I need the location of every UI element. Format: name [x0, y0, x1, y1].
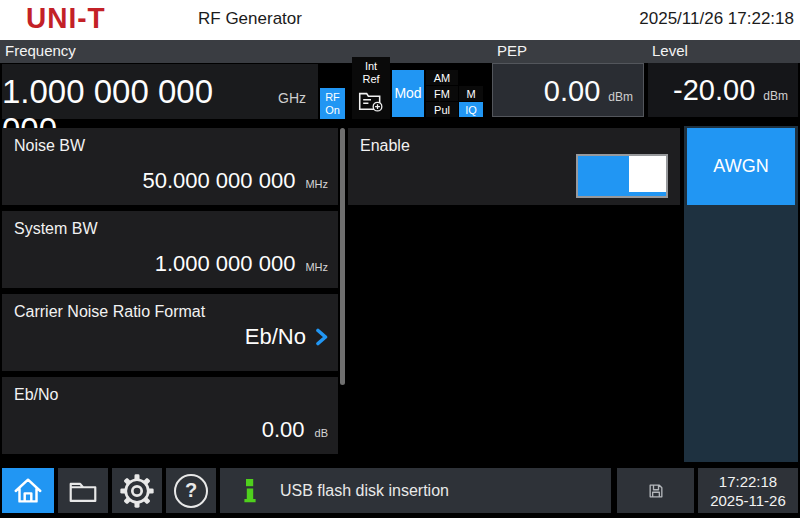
statusbar-time: 17:22:18	[719, 472, 777, 491]
level-value: -20.00	[673, 74, 755, 107]
statusbar-clock: 17:22:18 2025-11-26	[698, 468, 798, 513]
home-button[interactable]	[2, 468, 54, 513]
statusbar-date: 2025-11-26	[710, 491, 786, 510]
frequency-unit: GHz	[278, 90, 306, 106]
menu-item-cnr-format[interactable]: Carrier Noise Ratio Format Eb/No	[2, 294, 338, 371]
header-datetime: 2025/11/26 17:22:18	[639, 9, 794, 29]
menu-item-ebno[interactable]: Eb/No 0.00 dB	[2, 377, 338, 454]
menu-item-value: 0.00	[262, 417, 305, 443]
pul-flag: Pul	[426, 102, 458, 117]
top-bar: UNI-T RF Generator 2025/11/26 17:22:18	[0, 0, 800, 40]
file-button[interactable]	[58, 468, 108, 513]
pep-value: 0.00	[544, 75, 600, 108]
menu-item-system-bw[interactable]: System BW 1.000 000 000 MHz	[2, 211, 338, 288]
menu-item-value: Eb/No	[245, 324, 306, 350]
int-ref-indicator[interactable]: Int Ref	[352, 57, 390, 119]
ref-line2: Ref	[362, 73, 379, 86]
status-message-bar[interactable]: USB flash disk insertion	[220, 468, 611, 513]
help-button[interactable]: ?	[166, 468, 216, 513]
rf-badge-line1: RF	[325, 91, 340, 104]
status-message: USB flash disk insertion	[280, 482, 449, 500]
ref-line1: Int	[365, 60, 377, 73]
level-label: Level	[652, 42, 688, 59]
pep-label: PEP	[497, 42, 527, 59]
folder-icon	[66, 474, 100, 508]
frequency-label: Frequency	[5, 42, 76, 59]
rf-on-badge[interactable]: RF On	[320, 88, 345, 119]
floppy-icon	[646, 481, 666, 501]
menu-item-unit: MHz	[305, 178, 328, 190]
menu-item-label: Noise BW	[14, 137, 85, 155]
chevron-right-icon	[315, 328, 328, 346]
tab-awgn[interactable]: AWGN	[687, 128, 795, 205]
rf-generator-screen: UNI-T RF Generator 2025/11/26 17:22:18 F…	[0, 0, 800, 518]
toggle-knob	[629, 156, 666, 192]
menu-item-label: System BW	[14, 220, 98, 238]
enable-card: Enable	[348, 128, 680, 205]
menu-item-value: 1.000 000 000	[155, 251, 296, 277]
pep-unit: dBm	[608, 90, 633, 104]
menu-item-label: Carrier Noise Ratio Format	[14, 303, 205, 321]
mod-badge-label: Mod	[394, 87, 421, 100]
rf-badge-line2: On	[325, 104, 340, 117]
mod-badge[interactable]: Mod	[392, 70, 424, 117]
help-glyph: ?	[185, 479, 197, 502]
pep-readout[interactable]: 0.00 dBm	[492, 63, 644, 117]
save-status-button[interactable]	[617, 468, 694, 513]
level-readout[interactable]: -20.00 dBm	[648, 63, 798, 117]
info-icon	[242, 477, 258, 505]
menu-item-unit: MHz	[305, 261, 328, 273]
home-icon	[11, 474, 45, 508]
uni-t-logo: UNI-T	[26, 2, 106, 36]
menu-item-value: 50.000 000 000	[142, 168, 295, 194]
gear-icon	[119, 473, 155, 509]
enable-toggle[interactable]	[576, 154, 668, 198]
menu-item-noise-bw[interactable]: Noise BW 50.000 000 000 MHz	[2, 128, 338, 205]
m-flag: M	[459, 86, 483, 101]
enable-label: Enable	[360, 137, 410, 155]
menu-scrollbar[interactable]	[340, 128, 345, 385]
am-flag: AM	[426, 70, 458, 85]
settings-button[interactable]	[112, 468, 162, 513]
page-title: RF Generator	[198, 9, 302, 29]
help-icon: ?	[174, 474, 208, 508]
frequency-readout[interactable]: 1.000 000 000 000 GHz	[2, 64, 318, 119]
level-unit: dBm	[763, 89, 788, 103]
folder-plus-icon	[358, 89, 384, 113]
fm-flag: FM	[426, 86, 458, 101]
menu-item-unit: dB	[315, 427, 328, 439]
iq-flag: IQ	[459, 102, 483, 117]
menu-item-label: Eb/No	[14, 386, 58, 404]
